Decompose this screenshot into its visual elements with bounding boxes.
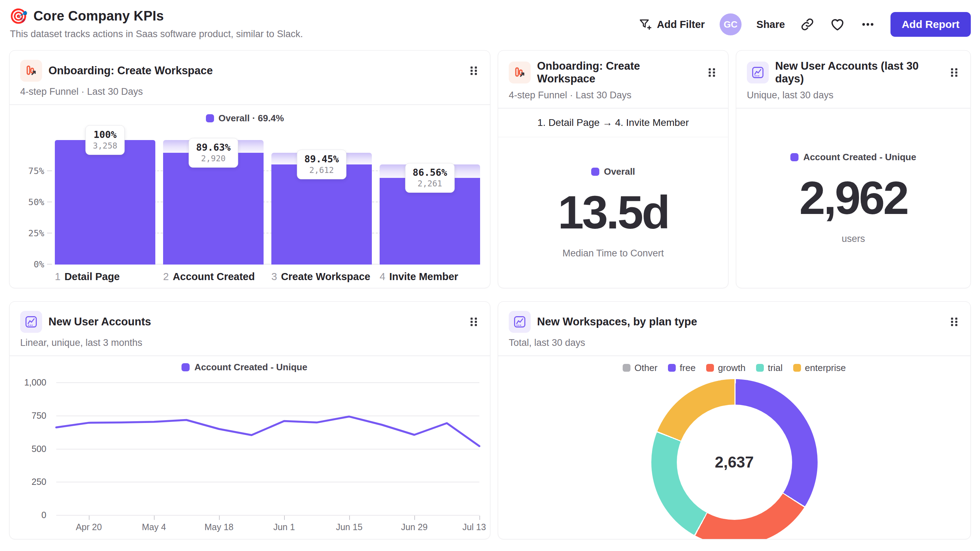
donut-chart: Otherfreegrowthtrialenterprise 2,637 <box>498 356 970 540</box>
legend-label: Overall · 69.4% <box>219 113 284 124</box>
funnel-y-tick-mark <box>47 202 52 202</box>
drag-handle-icon[interactable] <box>467 314 480 330</box>
funnel-step-labels: 1Detail Page2Account Created3Create Work… <box>55 271 480 283</box>
funnel-step-range: 1. Detail Page → 4. Invite Member <box>498 109 728 137</box>
line-x-tick-label: May 4 <box>142 522 166 532</box>
funnel-bar-fill <box>55 140 155 265</box>
metric-content: Overall 13.5d Median Time to Convert <box>498 137 728 288</box>
card-subtitle: Unique, last 30 days <box>747 90 970 101</box>
metric-caption: Median Time to Convert <box>563 248 664 259</box>
add-filter-button[interactable]: Add Filter <box>638 17 705 32</box>
line-chart: Account Created - Unique 1,0007505002500… <box>10 356 490 539</box>
metric-value: 2,962 <box>799 175 907 221</box>
line-x-tick-mark <box>349 516 350 520</box>
card-subtitle: Linear, unique, last 3 months <box>20 337 490 348</box>
funnel-bar-detail-page[interactable]: 100%3,258 <box>55 140 155 265</box>
legend-label: enterprise <box>805 362 846 373</box>
funnel-y-tick-label: 50% <box>28 197 44 207</box>
board-heading: 🎯 Core Company KPIs This dataset tracks … <box>9 8 303 40</box>
legend-item-other[interactable]: Other <box>623 362 657 373</box>
card-title: Onboarding: Create Workspace <box>537 60 699 85</box>
legend-item-growth[interactable]: growth <box>706 362 745 373</box>
line-x-tick-mark <box>284 516 285 520</box>
share-button[interactable]: Share <box>756 19 785 30</box>
drag-handle-icon[interactable] <box>948 314 961 330</box>
funnel-tooltip-step-2: 89.63%2,920 <box>189 138 238 168</box>
funnel-conversion-pct: 86.56% <box>412 167 447 178</box>
card-title: New Workspaces, by plan type <box>537 316 942 328</box>
donut-ring[interactable]: 2,637 <box>651 379 818 540</box>
avatar[interactable]: GC <box>720 13 741 35</box>
metric-legend[interactable]: Overall <box>591 166 635 177</box>
metric-legend[interactable]: Account Created - Unique <box>791 152 916 163</box>
line-series <box>56 383 479 516</box>
drag-handle-icon[interactable] <box>948 64 961 81</box>
funnel-count: 2,920 <box>196 154 231 163</box>
funnel-count: 2,261 <box>412 179 447 188</box>
legend-swatch <box>791 153 799 161</box>
legend-label: Account Created - Unique <box>803 152 916 163</box>
funnel-count: 3,258 <box>93 141 117 150</box>
drag-handle-icon[interactable] <box>705 64 718 81</box>
legend-label: Other <box>634 362 657 373</box>
dashboard-page: 🎯 Core Company KPIs This dataset tracks … <box>0 0 980 539</box>
funnel-bars: 100%3,25889.63%2,92089.45%2,61286.56%2,2… <box>55 140 480 265</box>
line-y-tick-label: 1,000 <box>24 377 46 387</box>
card-title: Onboarding: Create Workspace <box>48 64 461 77</box>
page-title: Core Company KPIs <box>33 8 164 24</box>
funnel-count: 2,612 <box>304 165 339 175</box>
line-x-tick-mark <box>89 516 89 520</box>
add-report-button[interactable]: Add Report <box>891 12 971 37</box>
funnel-tooltip-step-3: 89.45%2,612 <box>297 149 346 179</box>
funnel-y-tick-mark <box>47 264 52 265</box>
line-x-tick-label: Jun 15 <box>336 522 362 532</box>
line-x-tick-label: May 18 <box>205 522 234 532</box>
line-x-tick-mark <box>154 516 154 520</box>
card-subtitle: 4-step Funnel · Last 30 Days <box>509 90 728 101</box>
funnel-step-label-3: 3Create Workspace <box>271 271 372 283</box>
more-options-button[interactable] <box>860 17 876 32</box>
legend-swatch <box>706 364 714 372</box>
line-x-tick-label: Jun 29 <box>401 522 427 532</box>
funnel-bar-fill <box>271 164 372 264</box>
card-onboarding-funnel: Onboarding: Create Workspace 4-step Funn… <box>9 50 490 288</box>
line-y-tick-label: 0 <box>41 510 46 520</box>
legend-label: Overall <box>604 166 635 177</box>
funnel-bar-create-workspace[interactable]: 89.45%2,612 <box>271 140 372 265</box>
donut-legend: Otherfreegrowthtrialenterprise <box>498 362 970 373</box>
target-emoji-icon: 🎯 <box>9 9 28 24</box>
legend-swatch <box>668 364 676 372</box>
legend-item-enterprise[interactable]: enterprise <box>793 362 846 373</box>
funnel-step-label-2: 2Account Created <box>163 271 264 283</box>
funnel-y-tick-label: 25% <box>28 228 44 238</box>
copy-link-button[interactable] <box>800 17 815 32</box>
line-x-tick-mark <box>414 516 415 520</box>
legend-swatch <box>756 364 764 372</box>
card-subtitle: 4-step Funnel · Last 30 Days <box>20 86 490 97</box>
legend-item-trial[interactable]: trial <box>756 362 783 373</box>
card-title: New User Accounts <box>48 316 461 328</box>
legend-label: free <box>679 362 695 373</box>
line-legend[interactable]: Account Created - Unique <box>10 362 479 373</box>
page-subtitle: This dataset tracks actions in Saas soft… <box>10 29 303 40</box>
line-report-icon <box>747 62 769 83</box>
line-x-tick-mark <box>219 516 220 520</box>
legend-swatch <box>181 363 189 372</box>
funnel-step-label-4: 4Invite Member <box>380 271 480 283</box>
funnel-y-tick-mark <box>47 170 52 171</box>
funnel-bar-account-created[interactable]: 89.63%2,920 <box>163 140 264 265</box>
legend-swatch <box>623 364 630 372</box>
line-x-tick-label: Jul 13 <box>462 522 486 532</box>
legend-item-free[interactable]: free <box>668 362 695 373</box>
funnel-legend[interactable]: Overall · 69.4% <box>10 113 480 124</box>
funnel-tooltip-step-1: 100%3,258 <box>85 125 124 155</box>
funnel-y-tick-label: 75% <box>28 166 44 176</box>
line-y-tick-label: 750 <box>32 411 46 421</box>
metric-content: Account Created - Unique 2,962 users <box>736 109 970 288</box>
favorite-button[interactable] <box>830 17 845 32</box>
drag-handle-icon[interactable] <box>467 63 480 79</box>
funnel-plot: 75%50%25%0%100%3,25889.63%2,92089.45%2,6… <box>55 140 480 265</box>
funnel-report-icon <box>509 62 531 83</box>
legend-swatch <box>793 364 801 372</box>
funnel-bar-invite-member[interactable]: 86.56%2,261 <box>380 140 480 265</box>
